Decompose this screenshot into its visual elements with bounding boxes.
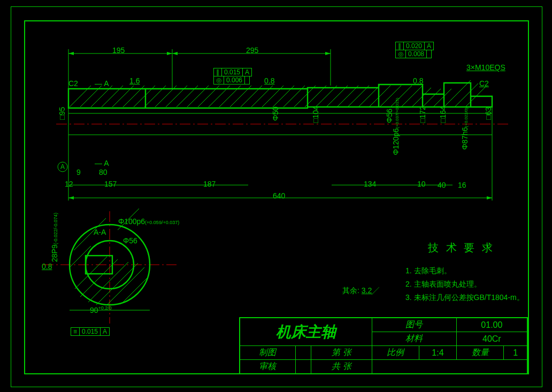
dim-phi120: Φ120p6(+0.037/+0.015) (392, 98, 400, 155)
tb-bili-label: 比例 (372, 346, 419, 360)
svg-marker-46 (68, 52, 74, 55)
svg-marker-47 (167, 52, 172, 55)
section-label: A-A (94, 228, 106, 236)
chamfer-c2-left: C2 (68, 79, 78, 88)
svg-line-29 (348, 86, 369, 107)
sect-fcf: ≡ 0.015 A (71, 327, 110, 336)
tb-tuhao: 01.00 (456, 318, 527, 332)
fcf-right-row1: ∥ 0.020 A (395, 42, 434, 50)
dim-134: 134 (364, 180, 376, 188)
datum-a: A (60, 163, 65, 171)
sect-d28: 28P9(-0.022/-0.074) (50, 213, 59, 262)
surface-finish-1-6: 1.6 (129, 76, 140, 85)
dim-phi87: Φ87h6(+0.022/0) (461, 107, 469, 150)
thread-note: 3×M10EQS (466, 63, 505, 72)
tech-req-header: 技 术 要 求 (428, 241, 495, 255)
dim-16: 16 (458, 181, 466, 189)
tb-shuliang: 1 (504, 346, 527, 360)
svg-marker-48 (172, 52, 178, 55)
tb-di-zhang: 第 张 (311, 346, 372, 360)
dim-104: □104 (311, 106, 320, 123)
part-name: 机床主轴 (240, 318, 372, 346)
svg-line-38 (444, 80, 471, 107)
note-1: 1. 去除毛刺。 (405, 266, 451, 276)
note-2: 2. 主轴表面喷丸处理。 (405, 280, 481, 289)
surface-finish-0-8-right: 0.8 (413, 76, 423, 85)
dim-40: 40 (438, 181, 446, 189)
svg-line-28 (337, 86, 358, 107)
svg-line-66 (75, 257, 107, 289)
fcf-mid-row1: ∥ 0.015 A (213, 68, 252, 76)
tb-gong-zhang: 共 张 (311, 360, 372, 374)
dim-295: 295 (246, 46, 258, 55)
dim-12: 12 (65, 180, 73, 188)
dim-640: 640 (273, 191, 285, 200)
tb-shenhe-label: 审核 (240, 360, 295, 374)
note-3: 3. 未标注几何公差按GB/T1804-m。 (405, 293, 524, 303)
dim-9: 9 (76, 168, 81, 176)
chamfer-c2-right: C2 (479, 79, 489, 88)
section-arrow-a-bot: — A (95, 159, 109, 167)
fcf-right-row2: ◎ 0.008 (395, 50, 432, 58)
tb-material: 40Cr (456, 332, 527, 346)
sect-sf: 0.8 (42, 262, 52, 271)
svg-line-39 (455, 83, 478, 107)
svg-marker-49 (325, 52, 331, 55)
dim-172: □172 (418, 106, 427, 123)
svg-line-34 (401, 86, 423, 107)
svg-line-30 (358, 86, 380, 107)
svg-line-36 (423, 89, 441, 107)
fcf-mid-row2: ◎ 0.006 (213, 76, 250, 84)
dim-157: 157 (104, 180, 117, 188)
dim-80: 80 (99, 168, 108, 176)
dim-187: 187 (203, 180, 216, 188)
svg-line-27 (326, 86, 348, 107)
dim-195: 195 (112, 46, 125, 55)
dim-phi50: Φ50 (271, 106, 280, 121)
tb-material-label: 材料 (372, 332, 456, 346)
svg-line-35 (412, 88, 431, 107)
svg-line-26 (316, 86, 337, 107)
section-arrow-a-top: — A (95, 79, 109, 88)
tb-tuhao-label: 图号 (372, 318, 456, 332)
sect-d90: 90+0.2/0 (90, 305, 112, 314)
svg-line-37 (433, 89, 451, 107)
svg-line-68 (88, 262, 128, 302)
svg-line-31 (369, 86, 390, 107)
dim-63: □63 (484, 107, 493, 120)
tb-shuliang-label: 数量 (456, 346, 504, 360)
tb-zhitu-label: 制图 (240, 346, 295, 360)
title-block: 机床主轴 图号 01.00 材料 40Cr 制图 第 张 比例 1:4 数量 1… (239, 317, 528, 374)
dim-164: □164 (439, 106, 447, 123)
dim-10: 10 (417, 180, 426, 188)
surface-finish-0-8-mid: 0.8 (264, 76, 274, 85)
tb-bili: 1:4 (419, 346, 456, 360)
svg-line-74 (123, 276, 149, 302)
qiyu: 其余: 3.2╱ (342, 286, 379, 296)
sect-d100: Φ100p6(+0.059/+0.037) (118, 217, 179, 226)
sect-d56: Φ56 (123, 236, 137, 245)
svg-marker-57 (487, 196, 492, 199)
dim-95: □95 (58, 107, 66, 120)
svg-marker-56 (68, 196, 74, 199)
